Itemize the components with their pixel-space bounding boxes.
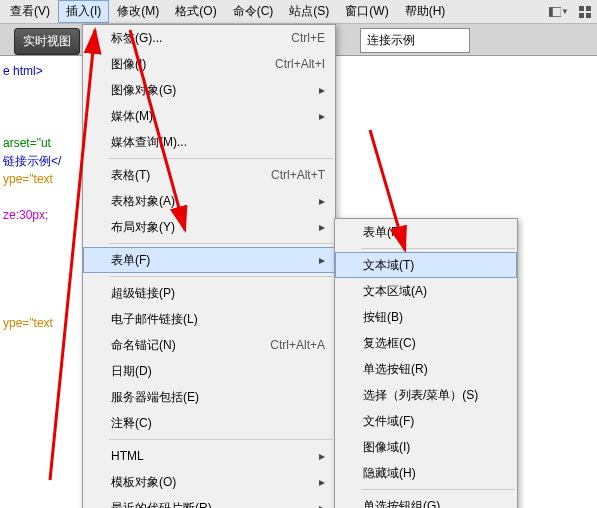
menu-recent-snippet[interactable]: 最近的代码片断(R)▸ [83, 495, 335, 508]
menu-separator [361, 489, 515, 490]
menu-label: 命名锚记(N) [111, 337, 270, 354]
menubar: 查看(V) 插入(I) 修改(M) 格式(O) 命令(C) 站点(S) 窗口(W… [0, 0, 597, 24]
menu-label: 文件域(F) [363, 413, 507, 430]
menu-label: 媒体(M) [111, 108, 315, 125]
menu-email-link[interactable]: 电子邮件链接(L) [83, 306, 335, 332]
svg-rect-2 [579, 6, 584, 11]
chevron-right-icon: ▸ [315, 194, 325, 208]
menu-site[interactable]: 站点(S) [281, 0, 337, 23]
menu-anchor[interactable]: 命名锚记(N)Ctrl+Alt+A [83, 332, 335, 358]
chevron-right-icon: ▸ [315, 449, 325, 463]
submenu-image-field[interactable]: 图像域(I) [335, 434, 517, 460]
code-area: e html> arset="ut 链接示例</ ype="text ze:30… [0, 56, 82, 508]
chevron-right-icon: ▸ [315, 253, 325, 267]
submenu-checkbox[interactable]: 复选框(C) [335, 330, 517, 356]
submenu-radio[interactable]: 单选按钮(R) [335, 356, 517, 382]
submenu-text-field[interactable]: 文本域(T) [335, 252, 517, 278]
menu-shortcut: Ctrl+E [291, 31, 325, 45]
code-line: arset="ut [3, 134, 79, 152]
menu-image[interactable]: 图像(I)Ctrl+Alt+I [83, 51, 335, 77]
submenu-form[interactable]: 表单(F) [335, 219, 517, 245]
menu-label: 电子邮件链接(L) [111, 311, 325, 328]
menu-view[interactable]: 查看(V) [2, 0, 58, 23]
menu-label: 媒体查询(M)... [111, 134, 325, 151]
menu-insert[interactable]: 插入(I) [58, 0, 109, 23]
menu-label: 文本区域(A) [363, 283, 507, 300]
menu-separator [109, 276, 333, 277]
menu-modify[interactable]: 修改(M) [109, 0, 167, 23]
chevron-right-icon: ▸ [315, 83, 325, 97]
menu-shortcut: Ctrl+Alt+I [275, 57, 325, 71]
menu-media[interactable]: 媒体(M)▸ [83, 103, 335, 129]
svg-rect-4 [579, 13, 584, 18]
menu-label: 文本域(T) [363, 257, 507, 274]
menu-table[interactable]: 表格(T)Ctrl+Alt+T [83, 162, 335, 188]
menu-image-obj[interactable]: 图像对象(G)▸ [83, 77, 335, 103]
code-line: e html> [3, 62, 79, 80]
submenu-file-field[interactable]: 文件域(F) [335, 408, 517, 434]
menu-help[interactable]: 帮助(H) [397, 0, 454, 23]
menu-window[interactable]: 窗口(W) [337, 0, 396, 23]
code-line: ype="text [3, 170, 79, 188]
layout-icon[interactable]: ▼ [549, 4, 569, 20]
chevron-right-icon: ▸ [315, 109, 325, 123]
menu-label: 图像(I) [111, 56, 275, 73]
code-line: ze:30px; [3, 206, 79, 224]
insert-menu: 标签(G)...Ctrl+E 图像(I)Ctrl+Alt+I 图像对象(G)▸ … [82, 24, 336, 508]
menu-label: 布局对象(Y) [111, 219, 315, 236]
menu-separator [109, 439, 333, 440]
code-line: ype="text [3, 314, 79, 332]
menu-hyperlink[interactable]: 超级链接(P) [83, 280, 335, 306]
submenu-radio-group[interactable]: 单选按钮组(G) [335, 493, 517, 508]
menu-label: 最近的代码片断(R) [111, 500, 315, 509]
menu-label: 按钮(B) [363, 309, 507, 326]
menu-label: 图像域(I) [363, 439, 507, 456]
menu-separator [109, 158, 333, 159]
menu-date[interactable]: 日期(D) [83, 358, 335, 384]
chevron-right-icon: ▸ [315, 501, 325, 508]
menu-shortcut: Ctrl+Alt+T [271, 168, 325, 182]
menu-tag[interactable]: 标签(G)...Ctrl+E [83, 25, 335, 51]
menu-label: HTML [111, 449, 315, 463]
menu-ssi[interactable]: 服务器端包括(E) [83, 384, 335, 410]
menu-label: 表单(F) [111, 252, 315, 269]
menu-label: 单选按钮组(G) [363, 498, 507, 509]
form-submenu: 表单(F) 文本域(T) 文本区域(A) 按钮(B) 复选框(C) 单选按钮(R… [334, 218, 518, 508]
menu-form[interactable]: 表单(F)▸ [83, 247, 335, 273]
menu-label: 注释(C) [111, 415, 325, 432]
menu-media-query[interactable]: 媒体查询(M)... [83, 129, 335, 155]
menu-label: 表格对象(A) [111, 193, 315, 210]
menu-label: 日期(D) [111, 363, 325, 380]
menu-separator [109, 243, 333, 244]
menu-label: 选择（列表/菜单）(S) [363, 387, 507, 404]
menu-label: 表单(F) [363, 224, 507, 241]
svg-rect-5 [586, 13, 591, 18]
menu-label: 模板对象(O) [111, 474, 315, 491]
submenu-textarea[interactable]: 文本区域(A) [335, 278, 517, 304]
menu-label: 标签(G)... [111, 30, 291, 47]
submenu-button[interactable]: 按钮(B) [335, 304, 517, 330]
title-field[interactable]: 连接示例 [360, 28, 470, 53]
submenu-select[interactable]: 选择（列表/菜单）(S) [335, 382, 517, 408]
menu-format[interactable]: 格式(O) [167, 0, 224, 23]
submenu-hidden[interactable]: 隐藏域(H) [335, 460, 517, 486]
code-line: 链接示例</ [3, 152, 79, 170]
menu-label: 图像对象(G) [111, 82, 315, 99]
menu-label: 表格(T) [111, 167, 271, 184]
menu-separator [361, 248, 515, 249]
svg-rect-1 [549, 7, 553, 16]
menu-template-obj[interactable]: 模板对象(O)▸ [83, 469, 335, 495]
menu-shortcut: Ctrl+Alt+A [270, 338, 325, 352]
grid-icon[interactable] [575, 4, 595, 20]
menu-label: 复选框(C) [363, 335, 507, 352]
menu-html[interactable]: HTML▸ [83, 443, 335, 469]
menu-comment[interactable]: 注释(C) [83, 410, 335, 436]
menu-command[interactable]: 命令(C) [225, 0, 282, 23]
menu-layout-obj[interactable]: 布局对象(Y)▸ [83, 214, 335, 240]
menu-label: 单选按钮(R) [363, 361, 507, 378]
menu-label: 服务器端包括(E) [111, 389, 325, 406]
menu-table-obj[interactable]: 表格对象(A)▸ [83, 188, 335, 214]
realtime-view-button[interactable]: 实时视图 [14, 28, 80, 55]
chevron-right-icon: ▸ [315, 475, 325, 489]
menu-label: 超级链接(P) [111, 285, 325, 302]
